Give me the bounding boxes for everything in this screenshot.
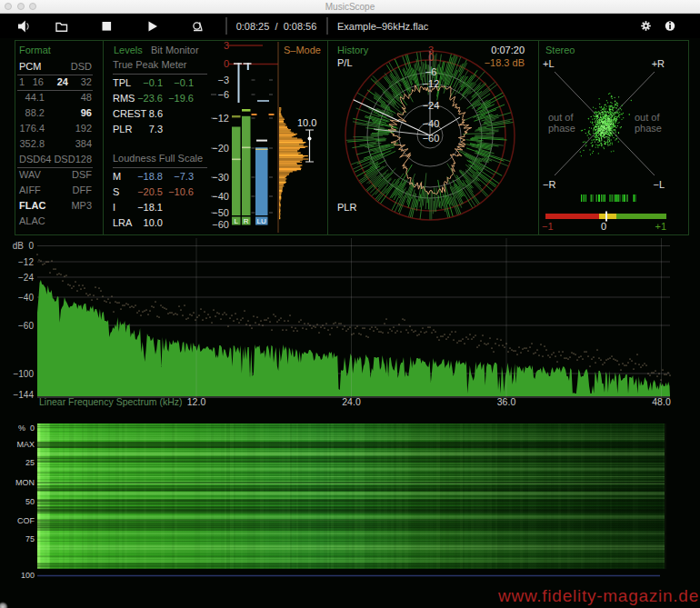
svg-text:−40: −40 [212, 191, 229, 202]
svg-text:24.0: 24.0 [342, 396, 361, 407]
svg-text:−60: −60 [18, 321, 34, 331]
svg-text:R: R [244, 217, 249, 225]
svg-text:10.0: 10.0 [297, 117, 316, 128]
svg-text:−12: −12 [212, 113, 229, 124]
svg-text:−40: −40 [18, 293, 34, 303]
svg-text:−60: −60 [212, 219, 229, 230]
svg-text:−24: −24 [18, 273, 34, 283]
svg-text:−12: −12 [423, 78, 440, 89]
svg-text:COF: COF [17, 516, 35, 525]
svg-text:−50: −50 [212, 207, 229, 218]
svg-text:dB 0: dB 0 [13, 241, 35, 251]
svg-text:−40: −40 [423, 118, 440, 129]
svg-text:−20: −20 [212, 143, 229, 154]
svg-text:−24: −24 [423, 100, 440, 111]
svg-text:−144: −144 [13, 390, 34, 400]
svg-text:75: 75 [25, 534, 35, 543]
svg-text:−6: −6 [217, 89, 229, 100]
svg-text:12.0: 12.0 [187, 396, 206, 407]
svg-text:−60: −60 [423, 133, 440, 144]
svg-text:L: L [234, 217, 238, 225]
svg-text:−3: −3 [217, 75, 229, 85]
svg-text:0: 0 [224, 58, 229, 69]
svg-text:−12: −12 [18, 257, 34, 267]
svg-text:MON: MON [15, 478, 35, 487]
svg-text:36.0: 36.0 [497, 396, 516, 407]
svg-text:48.0: 48.0 [652, 396, 671, 407]
svg-text:−6: −6 [425, 66, 437, 77]
svg-text:−100: −100 [13, 369, 34, 379]
svg-text:0: 0 [428, 52, 434, 63]
svg-text:25: 25 [25, 458, 35, 467]
svg-text:LU: LU [257, 217, 266, 225]
svg-text:−30: −30 [212, 172, 229, 183]
svg-text:MAX: MAX [16, 440, 35, 449]
svg-text:100: 100 [21, 571, 35, 580]
svg-text:% 0: % 0 [18, 424, 35, 433]
svg-text:Linear Frequency Spectrum (kHz: Linear Frequency Spectrum (kHz) [39, 396, 183, 407]
svg-text:3: 3 [224, 40, 229, 51]
svg-text:50: 50 [25, 497, 35, 506]
